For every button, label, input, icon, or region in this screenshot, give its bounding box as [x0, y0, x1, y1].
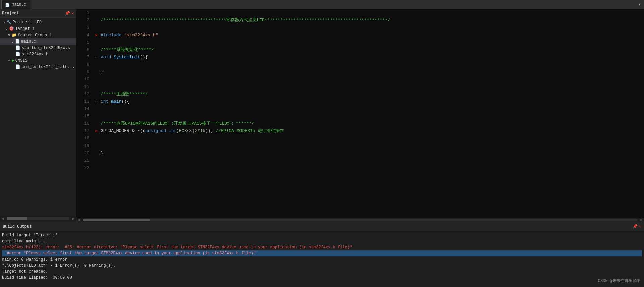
sidebar-scroll-track[interactable] [7, 217, 69, 220]
build-header: Build Output 📌 ✕ [0, 222, 644, 231]
pin-icon[interactable]: 📌 [65, 11, 70, 16]
code-line-1: 1 [76, 9, 644, 17]
code-line-22: 22 [76, 164, 644, 172]
code-region: 1 2 /***********************************… [76, 9, 644, 218]
build-line-3: stm32f4xx.h(122): error: #35: #error dir… [2, 244, 642, 250]
code-line-9: 9 } [76, 68, 644, 76]
target-label: Target 1 [15, 26, 35, 31]
scroll-right-editor[interactable]: ▶ [639, 218, 644, 222]
file-icon: 📄 [5, 3, 10, 7]
build-line-2: compiling main.c... [2, 238, 642, 244]
sidebar: Project 📌 ✕ ▷ 🔧 Project: LED ▽ 🎯 Target … [0, 9, 76, 222]
code-editor[interactable]: 1 2 /***********************************… [76, 9, 644, 218]
source-group-label: Source Group 1 [18, 33, 52, 38]
expand-icon4: ▽ [11, 39, 14, 44]
sidebar-item-cmsis[interactable]: ▽ ◆ CMSIS [0, 57, 76, 64]
project-icon: 🔧 [6, 20, 11, 25]
build-line-6: ".\Objects\LED.axf" - 1 Error(s), 0 Warn… [2, 263, 642, 269]
sidebar-item-project-led[interactable]: ▷ 🔧 Project: LED [0, 19, 76, 25]
code-line-8: 8 [76, 61, 644, 68]
sidebar-header: Project 📌 ✕ [0, 9, 76, 18]
expand-icon: ▷ [3, 20, 5, 24]
code-line-2: 2 /*************************************… [76, 17, 644, 24]
code-line-21: 21 [76, 157, 644, 164]
scrollbar-thumb [83, 219, 150, 221]
code-line-18: 18 [76, 135, 644, 142]
file-icon-startup: 📄 [15, 45, 20, 50]
file-icon-arm: 📄 [15, 64, 20, 69]
build-content: Build target 'Target 1' compiling main.c… [0, 231, 644, 287]
expand-icon5: ▽ [8, 58, 10, 63]
sidebar-item-source-group[interactable]: ▽ 📁 Source Group 1 [0, 32, 76, 38]
sidebar-header-icons: 📌 ✕ [65, 11, 74, 16]
sidebar-item-target1[interactable]: ▽ 🎯 Target 1 [0, 25, 76, 32]
sidebar-item-main-c[interactable]: ▽ 📄 main.c [0, 38, 76, 45]
startup-label: startup_stm32f40xx.s [22, 46, 70, 50]
code-line-4: 4 ✕ #include "stm32f4xx.h" [76, 32, 644, 39]
build-pin-icon[interactable]: 📌 [633, 224, 638, 229]
code-line-17: 17 ✕ GPIOA_MODER &=~((unsigned int)0X3<<… [76, 127, 644, 135]
tab-dropdown[interactable]: ▼ [636, 3, 643, 7]
sidebar-bottom: ◀ ▶ [0, 215, 76, 222]
editor-area: 1 2 /***********************************… [76, 9, 644, 222]
expand-icon2: ▽ [5, 26, 8, 31]
scroll-left-btn[interactable]: ◀ [0, 216, 5, 221]
code-line-13: 13 ▭ int main(){ [76, 98, 644, 105]
build-output: Build Output 📌 ✕ Build target 'Target 1'… [0, 222, 644, 287]
project-label: Project: LED [13, 20, 42, 25]
code-line-14: 14 [76, 105, 644, 113]
target-icon: 🎯 [9, 26, 14, 31]
build-line-7: Target not created. [2, 269, 642, 275]
arm-label: arm_cortexM4lf_math... [22, 65, 75, 69]
code-line-11: 11 [76, 83, 644, 91]
code-line-16: 16 /*****点亮GPIOA的PA15的LED灯（开发板上PA15接了一个L… [76, 120, 644, 127]
scroll-left-editor[interactable]: ◀ [76, 218, 82, 222]
sidebar-title: Project [2, 11, 19, 16]
scroll-right-btn[interactable]: ▶ [71, 216, 76, 221]
editor-scrollbar[interactable]: ◀ ▶ [76, 218, 644, 222]
build-line-8: Build Time Elapsed: 00:00:00 [2, 275, 642, 281]
expand-icon3: ▽ [8, 33, 10, 37]
tab-label: main.c [12, 2, 26, 7]
tab-bar: 📄 main.c ▼ [0, 0, 644, 9]
code-line-3: 3 [76, 24, 644, 32]
code-line-5: 5 [76, 39, 644, 46]
main-c-label: main.c [21, 39, 36, 44]
build-line-4[interactable]: #error "Please select first the target S… [2, 250, 642, 256]
cmsis-icon: ◆ [12, 58, 14, 63]
file-icon-main: 📄 [15, 39, 20, 44]
cmsis-label: CMSIS [15, 58, 28, 63]
code-line-15: 15 [76, 113, 644, 120]
tab-main-c[interactable]: 📄 main.c [1, 0, 30, 9]
main-layout: Project 📌 ✕ ▷ 🔧 Project: LED ▽ 🎯 Target … [0, 9, 644, 222]
build-close-icon[interactable]: ✕ [639, 224, 641, 229]
build-line-5: main.c: 0 warnings, 1 error [2, 256, 642, 263]
code-line-12: 12 /*****主函数******/ [76, 91, 644, 98]
sidebar-scroll-thumb [7, 217, 27, 220]
sidebar-item-arm[interactable]: 📄 arm_cortexM4lf_math... [0, 64, 76, 70]
folder-icon: 📁 [12, 33, 17, 38]
build-line-1: Build target 'Target 1' [2, 232, 642, 238]
close-icon[interactable]: ✕ [71, 11, 74, 16]
code-line-7: 7 ▭ void SystemInit(){ [76, 54, 644, 61]
code-line-19: 19 [76, 142, 644, 150]
build-title: Build Output [3, 224, 32, 229]
sidebar-tree: ▷ 🔧 Project: LED ▽ 🎯 Target 1 ▽ 📁 Source… [0, 18, 76, 215]
sidebar-item-startup[interactable]: 📄 startup_stm32f40xx.s [0, 45, 76, 51]
code-line-6: 6 /*****系统初始化*****/ [76, 46, 644, 54]
code-line-20: 20 } [76, 150, 644, 157]
stm32-label: stm32f4xx.h [22, 52, 48, 57]
scrollbar-track[interactable] [83, 219, 638, 221]
file-icon-stm32: 📄 [15, 52, 20, 57]
build-header-icons: 📌 ✕ [633, 224, 641, 229]
watermark: CSDN @未来在哪里躺平 [598, 278, 641, 284]
code-line-10: 10 [76, 76, 644, 83]
sidebar-item-stm32[interactable]: 📄 stm32f4xx.h [0, 51, 76, 57]
